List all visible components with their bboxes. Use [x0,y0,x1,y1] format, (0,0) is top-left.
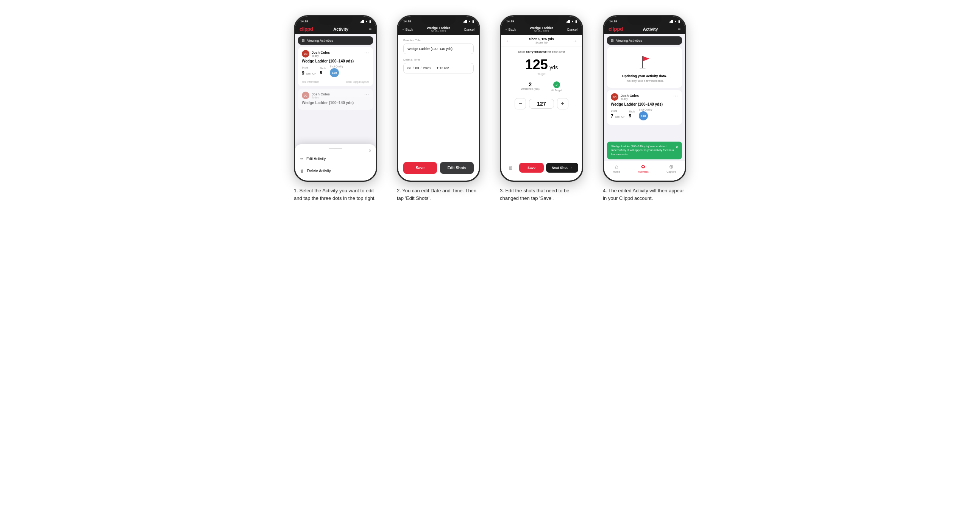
cancel-button-2[interactable]: Cancel [464,28,474,32]
viewing-bar-1: ⊞ Viewing Activities [298,37,373,44]
prev-shot-arrow[interactable]: ← [506,38,511,44]
user-name-1: Josh Coles [312,51,330,54]
updating-title: Updating your activity data. [611,74,678,78]
toast-close-button[interactable]: × [676,144,678,150]
page-title-1: Activity [333,27,348,32]
datetime-label: Date & Time [403,58,474,61]
battery-icon-1: ▮ [369,20,371,23]
shot-bottom-bar: 🗑 Save Next Shot → [505,162,578,174]
tab-home-label: Home [613,170,620,173]
header-date-2: 06 Mar 2023 [427,30,450,33]
increment-button[interactable]: + [557,98,568,110]
status-icons-2: ▲ ▮ [463,20,474,23]
toast-text: 'Wedge Ladder (100–140 yds)' was updated… [611,144,676,157]
user-name-2: Josh Coles [312,92,330,96]
hit-target-stat: ✓ Hit Target [551,81,562,92]
activity-card-1[interactable]: JC Josh Coles Today ··· Wedge Ladder (10… [298,47,373,86]
difference-stat: 2 Difference (yds) [521,81,539,92]
trash-icon: 🗑 [300,169,304,173]
close-icon-sheet[interactable]: × [369,148,371,153]
edit-shots-button[interactable]: Edit Shots [440,162,474,174]
practice-title-input[interactable]: Wedge Ladder (100–140 yds) [403,44,474,54]
shot-value-display[interactable]: 127 [529,99,554,109]
datetime-section: Date & Time 06 / 03 / 2023 1:13 PM [398,58,479,77]
distance-display: 125 yds [501,55,582,72]
date-day: 06 [407,66,411,70]
card-more-dots-4[interactable]: ··· [673,93,678,98]
wifi-icon-3: ▲ [571,20,574,23]
avatar-2: JC [302,92,309,99]
hit-target-icon: ✓ [553,81,560,88]
card-more-dots-1[interactable]: ··· [364,50,369,55]
app-header-3: < Back Wedge Ladder 06 Mar 2023 Cancel [501,25,582,35]
card-title-2: Wedge Ladder (100–140 yds) [302,101,369,105]
header-date-3: 06 Mar 2023 [530,30,553,33]
battery-icon-3: ▮ [575,20,577,23]
tab-activities[interactable]: ♻ Activities [638,163,649,177]
step-caption-3: 3. Edit the shots that need to be change… [500,187,583,202]
shot-info: Shot 6, 125 yds Score 7/9 [529,37,554,44]
next-arrow-icon: → [569,166,573,170]
next-shot-label: Next Shot [552,166,568,170]
menu-icon-1[interactable]: ≡ [369,27,371,32]
tab-capture[interactable]: ⊕ Capture [667,163,676,177]
back-button-3[interactable]: < Back [506,28,516,32]
app-header-2: < Back Wedge Ladder 06 Mar 2023 Cancel [398,25,479,35]
target-label: Target [501,72,582,76]
viewing-label-4: Viewing Activities [616,39,642,43]
card-stats-1: Score 9 OUT OF Shots 9 Shot Quality 130 [302,65,369,77]
phone-step-1: 14:38 ▲ ▮ clippd Activity ≡ ⊞ Viewing [290,15,381,202]
tab-home[interactable]: ⌂ Home [613,163,620,177]
date-month: 03 [415,66,419,70]
phone-screen-3: 14:39 ▲ ▮ < Back Wedge Ladder 06 Mar 202… [501,16,582,181]
signal-icon-3 [566,20,570,23]
phone-step-3: 14:39 ▲ ▮ < Back Wedge Ladder 06 Mar 202… [496,15,587,202]
capture-icon: ⊕ [669,163,674,170]
home-icon: ⌂ [615,163,618,170]
save-shot-button[interactable]: Save [519,163,544,173]
date-year: 2023 [423,66,431,70]
golf-icon-container [611,52,678,71]
back-button-2[interactable]: < Back [402,28,413,32]
signal-icon-1 [360,20,364,23]
edit-activity-label: Edit Activity [306,157,326,161]
user-date-2: Today [312,96,330,99]
decrement-button[interactable]: − [515,98,526,110]
svg-marker-1 [643,56,649,61]
battery-icon-4: ▮ [678,20,680,23]
user-name-4: Josh Coles [620,94,639,98]
score-stat-4: Score 7 OUT OF [611,110,625,119]
menu-icon-4[interactable]: ≡ [678,27,681,32]
delete-activity-label: Delete Activity [307,169,331,173]
tab-capture-label: Capture [667,170,676,173]
user-info-1: Josh Coles Today [312,51,330,57]
wifi-icon-4: ▲ [674,20,677,23]
page-title-4: Activity [643,27,658,32]
bottom-sheet-1: × ✏ Edit Activity 🗑 Delete Activity [295,144,376,181]
carry-instruction: Enter carry distance for each shot [501,47,582,55]
delete-activity-item[interactable]: 🗑 Delete Activity [300,165,371,177]
cancel-button-3[interactable]: Cancel [567,28,578,32]
app-logo-4: clippd [609,26,623,32]
practice-title-label: Practice Title [403,39,474,42]
save-button-2[interactable]: Save [403,162,437,174]
next-shot-button[interactable]: Next Shot → [546,163,578,173]
sheet-handle [329,148,342,149]
next-shot-arrow[interactable]: → [572,38,578,44]
edit-activity-item[interactable]: ✏ Edit Activity [300,153,371,165]
datetime-input[interactable]: 06 / 03 / 2023 1:13 PM [403,63,474,73]
edit-icon: ✏ [300,157,303,161]
hit-target-label: Hit Target [551,89,562,92]
phone-screen-2: 14:38 ▲ ▮ < Back Wedge Ladder 06 Mar 202… [398,16,479,181]
app-logo-1: clippd [299,26,313,32]
phone-notch-2 [422,16,455,25]
activity-card-4[interactable]: JC Josh Coles Today ··· Wedge Ladder (10… [607,90,682,125]
card-footer-1: Test Information Data: Clippd Capture [302,79,369,83]
phone-frame-2: 14:38 ▲ ▮ < Back Wedge Ladder 06 Mar 202… [397,15,480,182]
app-header-1: clippd Activity ≡ [295,25,376,34]
card-more-dots-2[interactable]: ··· [364,92,369,97]
signal-icon-2 [463,20,467,23]
activity-card-2[interactable]: JC Josh Coles Today ··· Wedge Ladder (10… [298,89,373,110]
delete-shot-button[interactable]: 🗑 [505,162,517,174]
wifi-icon-1: ▲ [365,20,368,23]
